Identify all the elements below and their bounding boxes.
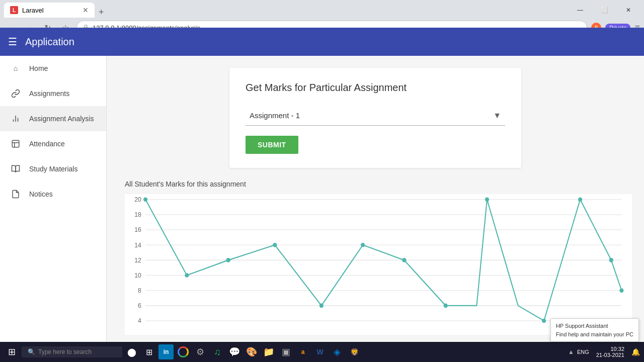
sidebar-item-home-label: Home (29, 64, 48, 72)
tab-close-button[interactable]: ✕ (83, 6, 89, 14)
taskbar-lang: ENG (577, 349, 589, 355)
sidebar-item-attendance[interactable]: Attendance (0, 131, 106, 156)
attendance-icon (10, 138, 21, 149)
minimize-button[interactable]: — (569, 3, 592, 18)
svg-text:18: 18 (134, 211, 141, 218)
svg-point-33 (542, 319, 546, 323)
main-content: Get Marks for Particular Assignment Assi… (107, 56, 644, 348)
sidebar-item-study-materials[interactable]: Study Materials (0, 156, 106, 182)
taskbar-icon-circle[interactable]: ⬤ (124, 344, 139, 359)
sidebar-item-assignments-label: Assignments (29, 89, 69, 98)
card-title: Get Marks for Particular Assignment (246, 82, 505, 94)
assignment-select-wrapper: Assignment - 1 Assignment - 2 Assignment… (246, 106, 505, 126)
svg-text:8: 8 (138, 287, 141, 294)
app-title: Application (25, 36, 74, 48)
svg-rect-3 (12, 140, 19, 147)
svg-point-31 (444, 304, 448, 308)
svg-point-29 (361, 243, 365, 247)
hp-tooltip-line1: HP Support Assistant (556, 322, 633, 330)
taskbar-icon-vscode[interactable]: ◈ (330, 344, 345, 359)
sidebar-item-attendance-label: Attendance (29, 140, 65, 148)
sidebar-item-study-label: Study Materials (29, 165, 77, 173)
notification-icon[interactable]: 🔔 (631, 348, 640, 356)
svg-point-28 (319, 304, 324, 308)
taskbar-icon-gear[interactable]: ⚙ (193, 344, 208, 359)
study-materials-icon (10, 163, 21, 174)
sidebar: ⌂ Home Assignments (0, 56, 107, 348)
taskbar: ⊞ 🔍 Type here to search ⬤ ⊞ in ⚙ ♫ 💬 🎨 📁… (0, 342, 644, 362)
taskbar-search-bar[interactable]: 🔍 Type here to search (22, 346, 122, 357)
svg-text:12: 12 (134, 256, 141, 263)
browser-tab[interactable]: L Laravel ✕ (4, 3, 95, 18)
taskbar-icon-chat[interactable]: 💬 (227, 344, 242, 359)
taskbar-icon-chrome[interactable] (176, 344, 191, 359)
taskbar-icon-grid[interactable]: ⊞ (141, 344, 156, 359)
taskbar-icon-folder[interactable]: 📁 (261, 344, 276, 359)
start-button[interactable]: ⊞ (4, 344, 20, 359)
taskbar-icon-terminal[interactable]: ▣ (278, 344, 293, 359)
sidebar-item-assignment-analysis[interactable]: Assignment Analysis (0, 106, 106, 131)
clock-time: 10:32 (596, 346, 624, 352)
svg-text:16: 16 (134, 226, 141, 233)
svg-point-32 (485, 197, 489, 202)
search-icon: 🔍 (28, 348, 35, 355)
hamburger-icon[interactable]: ☰ (8, 36, 17, 48)
notices-icon (10, 189, 21, 200)
sidebar-item-notices-label: Notices (29, 190, 53, 198)
favicon-icon: L (10, 6, 18, 14)
svg-point-27 (273, 243, 277, 247)
svg-point-26 (226, 258, 230, 262)
sidebar-item-assignments[interactable]: Assignments (0, 81, 106, 106)
taskbar-system-icons: ▲ ENG 10:32 21-03-2021 🔔 (568, 346, 640, 358)
sidebar-item-analysis-label: Assignment Analysis (29, 115, 94, 123)
taskbar-icon-amazon[interactable]: a (295, 344, 310, 359)
assignment-card: Get Marks for Particular Assignment Assi… (229, 68, 521, 168)
svg-point-36 (619, 288, 623, 293)
hp-tooltip-line2: Find help and maintain your PC (556, 330, 633, 339)
svg-text:14: 14 (134, 241, 141, 248)
svg-point-34 (578, 197, 582, 202)
svg-point-30 (402, 258, 406, 262)
close-button[interactable]: ✕ (617, 3, 640, 18)
line-chart: 20 18 16 14 12 10 8 6 4 (125, 194, 632, 335)
svg-text:20: 20 (134, 196, 141, 203)
hp-tooltip: HP Support Assistant Find help and maint… (550, 318, 639, 342)
taskbar-clock: 10:32 21-03-2021 (592, 346, 628, 358)
taskbar-icon-linkedin[interactable]: in (158, 344, 174, 359)
svg-point-25 (185, 273, 189, 278)
app-bar: ☰ Application (0, 28, 644, 56)
assignment-select[interactable]: Assignment - 1 Assignment - 2 Assignment… (246, 106, 505, 126)
taskbar-chevron-icon[interactable]: ▲ (568, 348, 574, 355)
chart-container: 20 18 16 14 12 10 8 6 4 (125, 194, 632, 335)
svg-text:10: 10 (134, 272, 141, 279)
chart-title: All Student's Marks for this assignment (125, 180, 632, 188)
sidebar-item-home[interactable]: ⌂ Home (0, 56, 106, 81)
assignments-icon (10, 88, 21, 99)
chart-section: All Student's Marks for this assignment (119, 180, 632, 335)
taskbar-icon-music[interactable]: ♫ (210, 344, 225, 359)
submit-button[interactable]: SUBMIT (246, 136, 298, 154)
tab-title: Laravel (22, 7, 44, 14)
assignment-analysis-icon (10, 113, 21, 124)
taskbar-icon-brave[interactable]: 🦁 (347, 344, 362, 359)
svg-text:6: 6 (138, 302, 141, 309)
svg-text:4: 4 (138, 317, 141, 324)
home-icon: ⌂ (10, 63, 21, 74)
sidebar-item-notices[interactable]: Notices (0, 182, 106, 207)
search-placeholder: Type here to search (38, 348, 92, 355)
taskbar-icon-color[interactable]: 🎨 (244, 344, 259, 359)
window-controls: — ⬜ ✕ (569, 3, 644, 18)
taskbar-icon-word[interactable]: W (312, 344, 328, 359)
svg-point-24 (143, 197, 147, 202)
maximize-button[interactable]: ⬜ (593, 3, 616, 18)
svg-point-35 (609, 258, 613, 262)
clock-date: 21-03-2021 (596, 352, 624, 358)
new-tab-button[interactable]: + (95, 7, 108, 18)
